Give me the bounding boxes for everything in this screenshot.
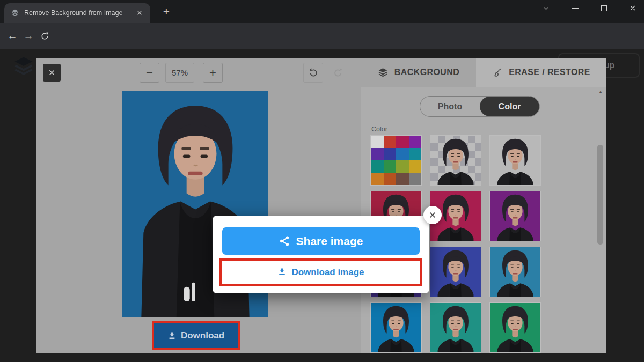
- screen: Remove Background from Image + ← → remov…: [0, 0, 644, 362]
- palette-color-cell: [409, 173, 422, 185]
- background-swatch[interactable]: [430, 135, 481, 186]
- background-swatch[interactable]: [430, 302, 481, 353]
- palette-color-cell: [384, 173, 397, 185]
- reload-icon[interactable]: [36, 28, 53, 44]
- tab-search-chevron-icon[interactable]: [538, 1, 554, 15]
- tab-erase-restore[interactable]: ERASE / RESTORE: [476, 58, 606, 87]
- share-image-button[interactable]: Share image: [222, 227, 420, 255]
- window-minimize-button[interactable]: [567, 1, 583, 15]
- download-highlight: Download: [152, 321, 240, 350]
- undo-button[interactable]: [303, 63, 323, 83]
- toggle-photo[interactable]: Photo: [420, 97, 480, 116]
- back-icon[interactable]: ←: [4, 28, 20, 44]
- palette-color-cell: [409, 160, 422, 173]
- palette-color-cell: [396, 160, 409, 173]
- palette-color-cell: [384, 136, 397, 148]
- redo-button[interactable]: [328, 63, 348, 83]
- palette-color-cell: [409, 148, 422, 160]
- palette-color-cell: [371, 160, 384, 173]
- undo-icon: [308, 68, 319, 78]
- background-swatch[interactable]: [370, 302, 422, 353]
- editor-close-button[interactable]: [43, 64, 61, 82]
- color-section-label: Color: [371, 125, 387, 133]
- download-image-button[interactable]: Download image: [222, 261, 420, 284]
- tab-title: Remove Background from Image: [24, 9, 134, 17]
- removebg-logo-icon[interactable]: [12, 55, 35, 78]
- forward-icon[interactable]: →: [20, 28, 36, 44]
- browser-tabstrip: Remove Background from Image +: [0, 0, 644, 23]
- zoom-out-button[interactable]: −: [140, 63, 159, 83]
- share-icon: [279, 235, 290, 247]
- browser-tab[interactable]: Remove Background from Image: [4, 3, 150, 23]
- download-icon: [277, 268, 287, 277]
- background-swatch[interactable]: [489, 302, 541, 353]
- tab-background[interactable]: BACKGROUND: [361, 58, 476, 87]
- palette-color-cell: [396, 136, 409, 148]
- toggle-color[interactable]: Color: [480, 97, 539, 116]
- window-maximize-button[interactable]: [596, 1, 612, 15]
- photo-color-toggle: Photo Color: [420, 96, 540, 117]
- zoom-level: 57%: [165, 63, 194, 83]
- background-swatch[interactable]: [489, 247, 541, 297]
- window-close-button[interactable]: [625, 1, 641, 15]
- editor-panel: BACKGROUND ERASE / RESTORE Photo Color C…: [361, 58, 606, 353]
- layers-icon: [377, 67, 389, 78]
- background-swatch[interactable]: [370, 135, 422, 186]
- palette-color-cell: [371, 136, 384, 148]
- palette-color-cell: [396, 173, 409, 185]
- layers-favicon-icon: [11, 9, 19, 17]
- palette-color-cell: [396, 148, 409, 160]
- palette-color-cell: [409, 136, 422, 148]
- background-swatch[interactable]: [489, 135, 541, 186]
- download-button[interactable]: Download: [154, 323, 238, 348]
- brush-icon: [492, 67, 503, 78]
- scrollbar-up-icon[interactable]: ▴: [597, 87, 604, 95]
- download-image-highlight: Download image: [219, 258, 422, 286]
- background-swatch[interactable]: [430, 247, 481, 297]
- palette-color-cell: [371, 173, 384, 185]
- download-icon: [167, 331, 177, 341]
- background-swatch[interactable]: [489, 191, 541, 241]
- palette-color-cell: [384, 160, 397, 173]
- palette-color-cell: [371, 148, 384, 160]
- browser-toolbar: ← → remove.bg/upload Khách: [0, 23, 644, 49]
- popup-close-button[interactable]: [423, 206, 442, 224]
- zoom-in-button[interactable]: +: [203, 63, 223, 83]
- redo-icon: [333, 68, 343, 78]
- editor-card: − 57% +: [36, 58, 606, 353]
- new-tab-button[interactable]: +: [159, 5, 174, 18]
- tab-close-icon[interactable]: [134, 8, 145, 18]
- palette-color-cell: [384, 148, 397, 160]
- share-download-popup: Share image Download image: [213, 216, 429, 293]
- removebg-page: Sign up − 57% +: [0, 49, 644, 362]
- scrollbar-thumb[interactable]: [597, 145, 603, 245]
